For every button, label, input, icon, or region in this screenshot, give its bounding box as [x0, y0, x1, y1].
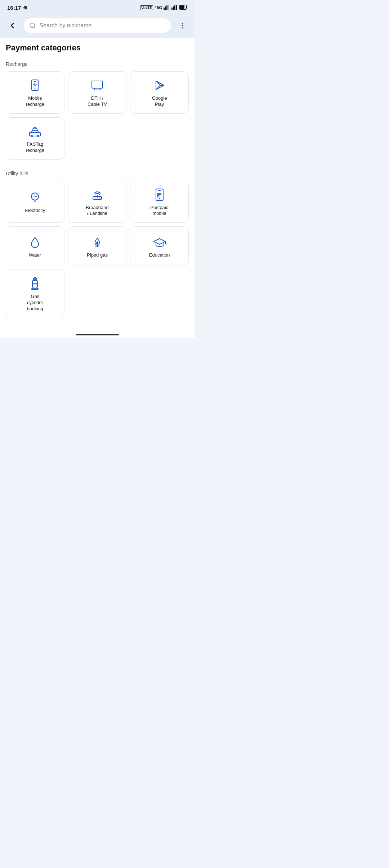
education-label: Education	[149, 252, 170, 258]
dth-cable-label: DTH /Cable TV	[88, 95, 107, 108]
status-bar: 16:17 ⊕ VoLTE ⁺5G	[0, 0, 194, 14]
svg-rect-3	[168, 5, 169, 10]
gas-cylinder-card[interactable]: Gascylinderbooking	[6, 270, 64, 318]
header	[0, 14, 194, 38]
recharge-grid: Mobilerecharge DTH /Cable TV	[6, 71, 189, 160]
svg-line-12	[34, 27, 35, 28]
clock: 16:17	[7, 5, 21, 11]
water-icon	[30, 236, 40, 249]
svg-point-15	[182, 27, 183, 28]
page-title: ↑ Payment categories	[6, 38, 189, 55]
search-input[interactable]	[40, 22, 166, 29]
svg-rect-56	[32, 288, 38, 290]
svg-rect-1	[165, 6, 166, 10]
more-options-button[interactable]	[176, 19, 189, 32]
search-icon	[29, 22, 36, 29]
recharge-section-label: Recharge	[6, 61, 189, 67]
back-button[interactable]	[6, 19, 19, 32]
svg-point-14	[182, 25, 183, 26]
google-play-icon	[154, 79, 165, 92]
battery-icon	[179, 5, 187, 10]
fastag-label: FASTagrecharge	[26, 141, 44, 154]
education-icon	[153, 236, 166, 249]
postpaid-mobile-label: Postpaidmobile	[150, 205, 169, 217]
postpaid-icon	[155, 188, 165, 201]
svg-rect-20	[92, 81, 103, 88]
mobile-recharge-icon	[30, 79, 40, 92]
fastag-icon	[28, 125, 41, 138]
water-label: Water	[29, 252, 41, 258]
volte-icon: VoLTE	[140, 5, 153, 10]
5g-icon: ⁺5G	[155, 5, 162, 10]
mobile-recharge-label: Mobilerecharge	[26, 95, 44, 108]
svg-rect-5	[173, 6, 174, 10]
gas-cylinder-icon	[30, 277, 40, 290]
svg-rect-2	[166, 5, 167, 10]
svg-point-30	[37, 135, 39, 137]
home-indicator	[0, 328, 194, 338]
svg-rect-7	[176, 5, 177, 10]
status-icons: VoLTE ⁺5G	[140, 5, 187, 10]
svg-rect-52	[32, 280, 37, 288]
svg-point-11	[30, 23, 34, 27]
utility-bills-section-label: Utility bills	[6, 171, 189, 176]
svg-marker-50	[154, 239, 165, 244]
svg-point-36	[94, 197, 95, 198]
svg-rect-10	[180, 5, 184, 9]
electricity-icon	[30, 191, 40, 204]
dth-icon	[91, 79, 103, 92]
google-play-label: GooglePlay	[152, 95, 167, 108]
broadband-card[interactable]: Broadband/ Landline	[68, 181, 127, 223]
signal-icon	[164, 5, 170, 10]
fastag-recharge-card[interactable]: FASTagrecharge	[6, 117, 64, 160]
whatsapp-icon: ⊕	[23, 5, 27, 10]
search-bar[interactable]	[23, 18, 171, 33]
svg-rect-0	[164, 8, 165, 10]
mobile-recharge-card[interactable]: Mobilerecharge	[6, 71, 64, 114]
gas-cylinder-label: Gascylinderbooking	[27, 294, 44, 312]
status-time: 16:17 ⊕	[7, 5, 27, 11]
svg-point-37	[97, 197, 98, 198]
svg-rect-6	[174, 5, 175, 10]
signal2-icon	[171, 5, 178, 10]
svg-point-38	[99, 197, 100, 198]
water-card[interactable]: Water	[6, 226, 64, 266]
svg-rect-9	[187, 6, 187, 8]
electricity-label: Electricity	[25, 208, 45, 214]
broadband-label: Broadband/ Landline	[86, 205, 109, 217]
electricity-card[interactable]: Electricity	[6, 181, 64, 223]
broadband-icon	[91, 188, 104, 201]
svg-point-29	[31, 135, 32, 137]
piped-gas-icon	[91, 236, 103, 249]
utility-bills-grid: Electricity Broadband/ Landline	[6, 181, 189, 318]
dth-cable-card[interactable]: DTH /Cable TV	[68, 71, 127, 114]
svg-point-13	[182, 23, 183, 24]
main-content: ↑ Payment categories Recharge Mobilerech…	[0, 38, 194, 328]
piped-gas-label: Piped gas	[87, 252, 108, 258]
svg-rect-4	[171, 8, 173, 10]
google-play-card[interactable]: GooglePlay	[130, 71, 189, 114]
education-card[interactable]: Education	[130, 226, 189, 266]
more-icon	[178, 22, 186, 30]
home-bar	[76, 334, 119, 335]
piped-gas-card[interactable]: Piped gas	[68, 226, 127, 266]
postpaid-mobile-card[interactable]: Postpaidmobile	[130, 181, 189, 223]
